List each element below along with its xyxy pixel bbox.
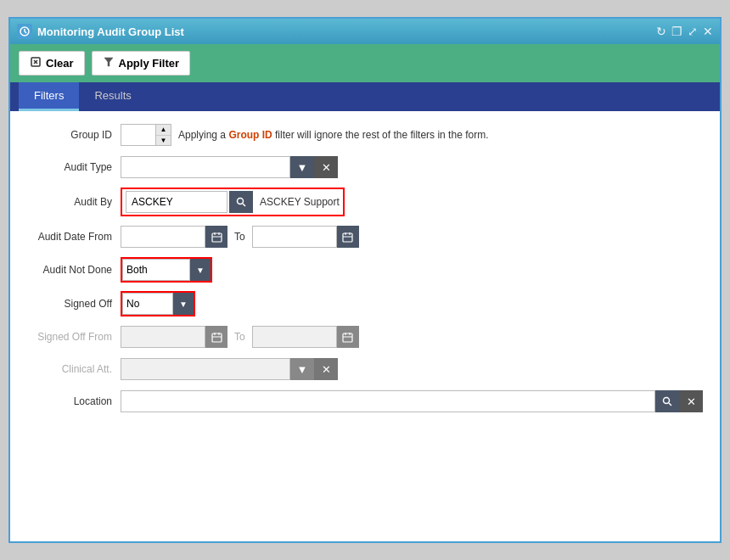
svg-line-22 xyxy=(669,403,671,406)
to-label-date: To xyxy=(234,231,245,243)
audit-not-done-select[interactable]: Both Yes No xyxy=(122,259,190,281)
maximize-icon[interactable]: ⤢ xyxy=(688,25,698,38)
clinical-att-label: Clinical Att. xyxy=(27,363,121,375)
location-clear-btn[interactable]: ✕ xyxy=(679,390,703,412)
group-id-notice: Applying a Group ID filter will ignore t… xyxy=(178,129,488,141)
group-id-row: Group ID ▲ ▼ Applying a Group ID filter … xyxy=(27,123,703,147)
svg-point-21 xyxy=(664,398,670,404)
title-bar: Monitoring Audit Group List ↻ ❐ ⤢ ✕ xyxy=(10,19,720,44)
audit-type-input-group: ▼ ✕ xyxy=(121,156,338,178)
audit-not-done-row: Audit Not Done Both Yes No ▼ xyxy=(27,257,703,283)
group-id-input[interactable] xyxy=(121,125,155,145)
svg-rect-13 xyxy=(212,333,222,342)
signed-off-to-cal-btn[interactable] xyxy=(337,326,359,348)
signed-off-highlighted: No Yes Both ▼ xyxy=(121,291,195,316)
clear-label: Clear xyxy=(46,57,74,70)
clinical-att-dropdown-btn[interactable]: ▼ xyxy=(290,358,314,380)
audit-type-clear-btn[interactable]: ✕ xyxy=(314,156,338,178)
signed-off-from-cal-btn[interactable] xyxy=(205,326,227,348)
signed-off-from-input[interactable] xyxy=(121,326,205,348)
notice-highlight: Group ID xyxy=(228,129,272,141)
location-label: Location xyxy=(27,395,121,407)
audit-not-done-label: Audit Not Done xyxy=(27,264,121,276)
main-window: Monitoring Audit Group List ↻ ❐ ⤢ ✕ Clea… xyxy=(8,17,722,543)
audit-by-input[interactable] xyxy=(126,191,227,213)
tab-results[interactable]: Results xyxy=(79,82,146,111)
audit-date-to-cal-btn[interactable] xyxy=(337,226,359,248)
title-bar-left: Monitoring Audit Group List xyxy=(17,24,184,39)
tab-filters[interactable]: Filters xyxy=(19,82,79,111)
audit-date-from-group: To xyxy=(121,226,359,248)
audit-by-highlighted: ASCKEY Support xyxy=(121,188,345,216)
clinical-att-clear-btn[interactable]: ✕ xyxy=(314,358,338,380)
svg-marker-2 xyxy=(104,58,113,66)
clear-button[interactable]: Clear xyxy=(19,51,85,76)
audit-by-display: ASCKEY Support xyxy=(260,196,340,208)
close-icon[interactable]: ✕ xyxy=(703,25,713,38)
title-controls: ↻ ❐ ⤢ ✕ xyxy=(656,25,713,38)
signed-off-to-input[interactable] xyxy=(252,326,337,348)
audit-type-label: Audit Type xyxy=(27,161,121,173)
audit-type-row: Audit Type ▼ ✕ xyxy=(27,155,703,179)
audit-by-search-btn[interactable] xyxy=(229,191,253,213)
audit-date-label: Audit Date From xyxy=(27,231,121,243)
audit-date-from-input[interactable] xyxy=(121,226,205,248)
audit-type-dropdown-btn[interactable]: ▼ xyxy=(290,156,314,178)
location-search-btn[interactable] xyxy=(655,390,679,412)
tab-results-label: Results xyxy=(94,89,131,102)
clinical-att-row: Clinical Att. ▼ ✕ xyxy=(27,357,703,381)
svg-line-4 xyxy=(243,204,245,206)
location-input[interactable] xyxy=(121,390,655,412)
restore-icon[interactable]: ❐ xyxy=(671,25,682,38)
to-label-signed-off: To xyxy=(234,331,245,343)
tab-filters-label: Filters xyxy=(34,89,64,102)
refresh-icon[interactable]: ↻ xyxy=(656,25,666,38)
signed-off-row: Signed Off No Yes Both ▼ xyxy=(27,291,703,316)
signed-off-select[interactable]: No Yes Both xyxy=(122,293,173,315)
toolbar: Clear Apply Filter xyxy=(10,44,720,82)
filter-icon xyxy=(103,56,115,70)
audit-not-done-highlighted: Both Yes No ▼ xyxy=(121,257,212,283)
apply-filter-button[interactable]: Apply Filter xyxy=(92,51,191,76)
audit-date-to-input[interactable] xyxy=(252,226,337,248)
audit-date-from-cal-btn[interactable] xyxy=(205,226,227,248)
signed-off-dropdown-btn[interactable]: ▼ xyxy=(173,293,194,315)
notice-suffix: filter will ignore the rest of the filte… xyxy=(272,129,489,141)
group-id-label: Group ID xyxy=(27,129,121,141)
window-title: Monitoring Audit Group List xyxy=(37,25,184,38)
clear-icon xyxy=(30,56,42,70)
location-input-group: ✕ xyxy=(121,390,703,412)
tab-bar: Filters Results xyxy=(10,82,720,111)
audit-date-row: Audit Date From To xyxy=(27,225,703,249)
filter-content: Group ID ▲ ▼ Applying a Group ID filter … xyxy=(10,111,720,541)
signed-off-from-group: To xyxy=(121,326,359,348)
group-id-spinbox[interactable]: ▲ ▼ xyxy=(121,124,171,146)
audit-not-done-dropdown-btn[interactable]: ▼ xyxy=(190,259,211,281)
audit-type-input[interactable] xyxy=(121,156,290,178)
audit-by-label: Audit By xyxy=(27,196,121,208)
apply-filter-label: Apply Filter xyxy=(119,57,180,70)
svg-rect-17 xyxy=(343,333,352,342)
clinical-att-input-group: ▼ ✕ xyxy=(121,358,338,380)
svg-rect-5 xyxy=(212,233,222,242)
group-id-down[interactable]: ▼ xyxy=(156,136,171,146)
app-icon xyxy=(17,24,32,39)
audit-by-row: Audit By ASCKEY Support xyxy=(27,188,703,216)
svg-point-3 xyxy=(238,199,244,204)
location-row: Location ✕ xyxy=(27,389,703,413)
group-id-up[interactable]: ▲ xyxy=(156,125,171,136)
signed-off-label: Signed Off xyxy=(27,298,121,310)
svg-rect-9 xyxy=(343,233,352,242)
signed-off-from-label: Signed Off From xyxy=(27,331,121,343)
clinical-att-input[interactable] xyxy=(121,358,290,380)
signed-off-from-row: Signed Off From To xyxy=(27,325,703,349)
notice-prefix: Applying a xyxy=(178,129,228,141)
